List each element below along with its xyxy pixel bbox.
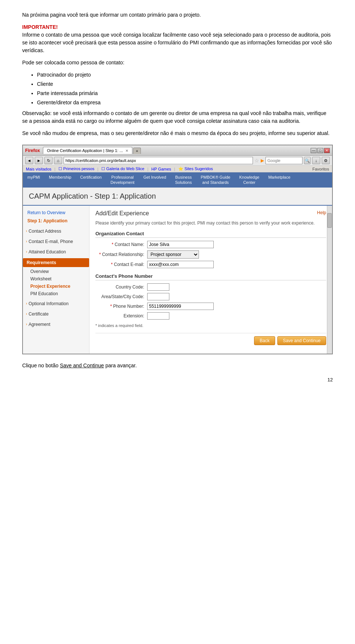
tab-close-icon[interactable]: ✕: [125, 149, 128, 153]
sidebar-attained-education[interactable]: › Attained Education: [23, 248, 89, 256]
sidebar-contact-address-section: › Contact Address: [23, 227, 89, 235]
favorites-label: Favoritos: [312, 167, 329, 171]
download-button[interactable]: ↓: [312, 157, 320, 164]
pmi-app-header: CAPM Application - Step 1: Application: [23, 188, 332, 206]
sidebar-pm-education[interactable]: PM Education: [23, 290, 89, 297]
important-label: IMPORTANTE!: [22, 24, 58, 30]
main-content-inner: Add/Edit Experience Help Please identify…: [95, 210, 326, 345]
area-code-input[interactable]: [147, 293, 169, 300]
back-nav-button[interactable]: ◄: [25, 157, 33, 164]
contact-relationship-row: * Contact Relationship: Project sponsor …: [95, 250, 326, 259]
extension-label: Extension:: [95, 313, 147, 318]
back-button[interactable]: Back: [254, 336, 275, 345]
page-number: 12: [22, 377, 333, 382]
attained-education-label: Attained Education: [28, 249, 66, 254]
observacao-text: Observação: se você está informando o co…: [22, 109, 333, 125]
country-code-row: Country Code:: [95, 283, 326, 291]
return-to-overview-link[interactable]: Return to Overview: [23, 209, 89, 217]
sidebar-contact-address[interactable]: › Contact Address: [23, 227, 89, 235]
forward-nav-button[interactable]: ►: [35, 157, 43, 164]
contact-name-row: * Contact Name:: [95, 241, 326, 248]
help-link[interactable]: Help: [317, 210, 326, 215]
sidebar-requirements-active[interactable]: Requirements: [23, 258, 89, 267]
address-input[interactable]: [64, 157, 253, 164]
minimize-button[interactable]: —: [311, 148, 317, 153]
nav-marketplace[interactable]: Marketplace: [264, 172, 295, 188]
contact-email-label: * Contact E-mail:: [95, 262, 147, 267]
nav-business[interactable]: BusinessSolutions: [170, 172, 196, 188]
contact-name-input[interactable]: [147, 241, 214, 248]
maximize-button[interactable]: □: [317, 148, 323, 153]
extension-row: Extension:: [95, 312, 326, 320]
scrollbar[interactable]: [327, 206, 332, 354]
phone-number-label: * Phone Number:: [95, 304, 147, 309]
nav-pmbok[interactable]: PMBOK® Guideand Standards: [196, 172, 235, 188]
active-tab[interactable]: Online Certification Application | Step …: [43, 147, 132, 154]
address-bar: ◄ ► ↻ ⌂ ☆ ▶ 🔍 ↓ ⚙: [23, 156, 332, 166]
certificate-label: Certificate: [28, 311, 48, 317]
nav-mypmi[interactable]: myPMI: [23, 172, 44, 188]
settings-button[interactable]: ⚙: [322, 157, 330, 164]
home-button[interactable]: ⌂: [54, 157, 62, 164]
step-label: Step 1: Application: [23, 217, 89, 225]
sidebar-optional[interactable]: › Optional Information: [23, 300, 89, 308]
sidebar-overview[interactable]: Overview: [23, 268, 89, 275]
form-buttons: Back Save and Continue: [95, 333, 326, 345]
required-note: * indicates a required field.: [95, 323, 326, 329]
save-continue-button[interactable]: Save and Continue: [277, 336, 326, 345]
chevron-right-icon: ›: [26, 229, 27, 233]
bookmark-primeiros[interactable]: ☐ Primeiros pessos: [58, 166, 94, 171]
nav-get-involved[interactable]: Get Involved: [139, 172, 171, 188]
sidebar-agreement[interactable]: › Agreement: [23, 320, 89, 328]
sidebar-contact-email-section: › Contact E-mail, Phone: [23, 237, 89, 246]
pmi-navigation: myPMI Membership Certification Professio…: [23, 172, 332, 188]
phone-number-input[interactable]: [147, 303, 214, 310]
pmi-nav-items: myPMI Membership Certification Professio…: [23, 172, 332, 188]
main-content: Add/Edit Experience Help Please identify…: [89, 206, 332, 354]
bookmark-mais-visitados[interactable]: Mais visitados: [26, 167, 51, 171]
contact-email-label: Contact E-mail, Phone: [28, 239, 73, 244]
bookmarks-bar: Mais visitados | ☐ Primeiros pessos | ☐ …: [23, 166, 332, 172]
scrollbar-thumb[interactable]: [327, 213, 332, 228]
sidebar-certificate[interactable]: › Certificate: [23, 310, 89, 318]
contact-email-input[interactable]: [147, 261, 214, 268]
browser-window: Firefox Online Certification Application…: [22, 145, 333, 354]
phone-section-title: Contact's Phone Number: [95, 273, 326, 280]
sidebar-contact-email[interactable]: › Contact E-mail, Phone: [23, 237, 89, 246]
new-tab-icon: +: [136, 149, 138, 153]
list-item: Parte interessada primária: [37, 90, 333, 97]
country-code-input[interactable]: [147, 283, 169, 291]
sidebar-project-experience[interactable]: Project Experience: [23, 283, 89, 290]
main-header-row: Add/Edit Experience Help: [95, 210, 326, 220]
important-text: Informe o contato de uma pessoa que você…: [22, 32, 332, 53]
extension-input[interactable]: [147, 312, 169, 320]
search-button[interactable]: 🔍: [304, 157, 311, 164]
nav-certification[interactable]: Certification: [76, 172, 106, 188]
chevron-right-icon: ›: [26, 312, 27, 316]
page-container: Na próxima pagina você terá que informar…: [0, 0, 355, 394]
sidebar-optional-section: › Optional Information: [23, 300, 89, 308]
star-icon[interactable]: ☆: [254, 158, 259, 163]
nav-membership[interactable]: Membership: [44, 172, 76, 188]
org-contact-title: Organization Contact: [95, 231, 326, 238]
bookmark-sites[interactable]: ⭐ Sites Sugeridos: [178, 166, 213, 171]
new-tab-button[interactable]: +: [133, 148, 141, 154]
bookmark-hp[interactable]: HP Games: [151, 167, 171, 171]
sidebar-requirements-section: Requirements Overview Worksheet Project …: [23, 258, 89, 297]
chevron-right-icon: ›: [26, 322, 27, 326]
bookmark-galeria[interactable]: ☐ Galeria do Web Slice: [101, 166, 144, 171]
contact-relationship-select[interactable]: Project sponsor Client Primary stakehold…: [147, 250, 199, 259]
importante-paragraph: IMPORTANTE! Informe o contato de uma pes…: [22, 23, 333, 54]
refresh-button[interactable]: ↻: [44, 157, 53, 164]
chevron-right-icon: ›: [26, 239, 27, 243]
chevron-right-icon: ›: [26, 301, 27, 306]
nav-knowledge[interactable]: KnowledgeCenter: [235, 172, 264, 188]
search-input[interactable]: [266, 157, 302, 164]
close-button[interactable]: ✕: [324, 148, 330, 153]
contact-email-row: * Contact E-mail:: [95, 261, 326, 268]
sidebar-certificate-section: › Certificate: [23, 310, 89, 318]
nav-professional-dev[interactable]: ProfessionalDevelopment: [106, 172, 139, 188]
clique-suffix: para avançar.: [104, 363, 137, 368]
browser-titlebar: Firefox Online Certification Application…: [23, 145, 332, 156]
sidebar-worksheet[interactable]: Worksheet: [23, 275, 89, 283]
